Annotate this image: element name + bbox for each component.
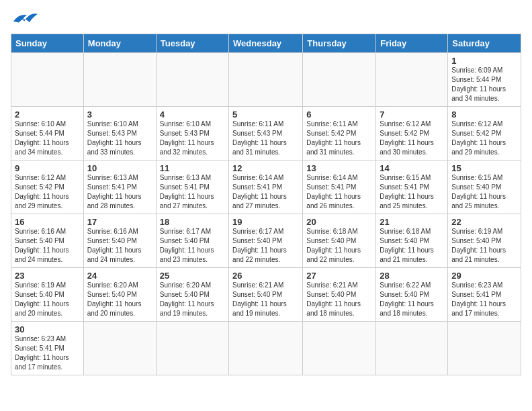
- cell-day-number: 20: [306, 217, 316, 227]
- cell-day-info: Sunrise: 6:11 AM Sunset: 5:43 PM Dayligh…: [232, 120, 299, 157]
- calendar-cell: [448, 322, 521, 375]
- cell-day-info: Sunrise: 6:11 AM Sunset: 5:42 PM Dayligh…: [306, 120, 372, 157]
- cell-day-info: Sunrise: 6:20 AM Sunset: 5:40 PM Dayligh…: [160, 281, 225, 318]
- dow-header-friday: Friday: [376, 34, 448, 53]
- calendar-cell: [303, 53, 376, 107]
- calendar-cell: 14Sunrise: 6:15 AM Sunset: 5:41 PM Dayli…: [376, 161, 448, 214]
- cell-content: 9Sunrise: 6:12 AM Sunset: 5:42 PM Daylig…: [15, 163, 80, 211]
- calendar-cell: [376, 53, 448, 107]
- cell-day-number: 4: [160, 109, 165, 120]
- calendar-cell: 13Sunrise: 6:14 AM Sunset: 5:41 PM Dayli…: [303, 161, 376, 214]
- cell-day-info: Sunrise: 6:19 AM Sunset: 5:40 PM Dayligh…: [451, 227, 517, 265]
- cell-content: 1Sunrise: 6:09 AM Sunset: 5:44 PM Daylig…: [451, 56, 517, 103]
- calendar-cell: 6Sunrise: 6:11 AM Sunset: 5:42 PM Daylig…: [303, 107, 376, 161]
- calendar-cell: 9Sunrise: 6:12 AM Sunset: 5:42 PM Daylig…: [11, 161, 84, 214]
- cell-content: 11Sunrise: 6:13 AM Sunset: 5:41 PM Dayli…: [160, 163, 225, 211]
- calendar-cell: [83, 53, 156, 107]
- cell-day-number: 5: [232, 109, 237, 120]
- cell-content: 3Sunrise: 6:10 AM Sunset: 5:43 PM Daylig…: [87, 109, 152, 157]
- cell-content: 2Sunrise: 6:10 AM Sunset: 5:44 PM Daylig…: [15, 109, 80, 157]
- calendar-cell: 21Sunrise: 6:18 AM Sunset: 5:40 PM Dayli…: [376, 214, 448, 268]
- cell-day-info: Sunrise: 6:15 AM Sunset: 5:40 PM Dayligh…: [451, 173, 517, 211]
- dow-header-saturday: Saturday: [448, 34, 521, 53]
- cell-day-info: Sunrise: 6:22 AM Sunset: 5:40 PM Dayligh…: [380, 281, 444, 318]
- cell-day-info: Sunrise: 6:16 AM Sunset: 5:40 PM Dayligh…: [87, 227, 152, 265]
- cell-content: 18Sunrise: 6:17 AM Sunset: 5:40 PM Dayli…: [160, 217, 225, 265]
- cell-content: 24Sunrise: 6:20 AM Sunset: 5:40 PM Dayli…: [87, 271, 152, 318]
- calendar-week-row: 9Sunrise: 6:12 AM Sunset: 5:42 PM Daylig…: [11, 161, 521, 214]
- calendar-cell: [156, 53, 228, 107]
- calendar-cell: 29Sunrise: 6:23 AM Sunset: 5:41 PM Dayli…: [448, 268, 521, 322]
- cell-day-info: Sunrise: 6:19 AM Sunset: 5:40 PM Dayligh…: [15, 281, 80, 318]
- calendar-week-row: 23Sunrise: 6:19 AM Sunset: 5:40 PM Dayli…: [11, 268, 521, 322]
- calendar-cell: 24Sunrise: 6:20 AM Sunset: 5:40 PM Dayli…: [83, 268, 156, 322]
- cell-content: 29Sunrise: 6:23 AM Sunset: 5:41 PM Dayli…: [451, 271, 517, 318]
- calendar-cell: 1Sunrise: 6:09 AM Sunset: 5:44 PM Daylig…: [448, 53, 521, 107]
- calendar-cell: 3Sunrise: 6:10 AM Sunset: 5:43 PM Daylig…: [83, 107, 156, 161]
- cell-content: 15Sunrise: 6:15 AM Sunset: 5:40 PM Dayli…: [451, 163, 517, 211]
- cell-day-info: Sunrise: 6:14 AM Sunset: 5:41 PM Dayligh…: [306, 173, 372, 211]
- cell-day-number: 14: [380, 163, 389, 173]
- cell-day-number: 10: [87, 163, 97, 173]
- cell-day-info: Sunrise: 6:12 AM Sunset: 5:42 PM Dayligh…: [15, 173, 80, 211]
- dow-header-wednesday: Wednesday: [229, 34, 303, 53]
- cell-day-info: Sunrise: 6:17 AM Sunset: 5:40 PM Dayligh…: [160, 227, 225, 265]
- dow-header-tuesday: Tuesday: [156, 34, 228, 53]
- cell-day-number: 17: [87, 217, 97, 227]
- cell-day-number: 18: [160, 217, 169, 227]
- cell-day-info: Sunrise: 6:10 AM Sunset: 5:43 PM Dayligh…: [87, 120, 152, 157]
- cell-content: 14Sunrise: 6:15 AM Sunset: 5:41 PM Dayli…: [380, 163, 444, 211]
- cell-day-number: 29: [451, 271, 461, 281]
- cell-day-number: 27: [306, 271, 316, 281]
- cell-day-number: 8: [451, 109, 456, 120]
- cell-day-info: Sunrise: 6:10 AM Sunset: 5:43 PM Dayligh…: [160, 120, 225, 157]
- cell-content: 23Sunrise: 6:19 AM Sunset: 5:40 PM Dayli…: [15, 271, 80, 318]
- calendar-week-row: 2Sunrise: 6:10 AM Sunset: 5:44 PM Daylig…: [11, 107, 521, 161]
- cell-content: 5Sunrise: 6:11 AM Sunset: 5:43 PM Daylig…: [232, 109, 299, 157]
- cell-content: 26Sunrise: 6:21 AM Sunset: 5:40 PM Dayli…: [232, 271, 299, 318]
- cell-day-number: 19: [232, 217, 242, 227]
- cell-content: 28Sunrise: 6:22 AM Sunset: 5:40 PM Dayli…: [380, 271, 444, 318]
- dow-header-monday: Monday: [83, 34, 156, 53]
- calendar-cell: 28Sunrise: 6:22 AM Sunset: 5:40 PM Dayli…: [376, 268, 448, 322]
- calendar-cell: 16Sunrise: 6:16 AM Sunset: 5:40 PM Dayli…: [11, 214, 84, 268]
- cell-content: 7Sunrise: 6:12 AM Sunset: 5:42 PM Daylig…: [380, 109, 444, 157]
- cell-day-info: Sunrise: 6:16 AM Sunset: 5:40 PM Dayligh…: [15, 227, 80, 265]
- cell-day-number: 30: [15, 324, 24, 334]
- calendar-table: SundayMondayTuesdayWednesdayThursdayFrid…: [11, 34, 521, 375]
- cell-day-number: 2: [15, 109, 19, 120]
- calendar-cell: 15Sunrise: 6:15 AM Sunset: 5:40 PM Dayli…: [448, 161, 521, 214]
- cell-content: 16Sunrise: 6:16 AM Sunset: 5:40 PM Dayli…: [15, 217, 80, 265]
- calendar-week-row: 30Sunrise: 6:23 AM Sunset: 5:41 PM Dayli…: [11, 322, 521, 375]
- calendar-week-row: 16Sunrise: 6:16 AM Sunset: 5:40 PM Dayli…: [11, 214, 521, 268]
- calendar-cell: 17Sunrise: 6:16 AM Sunset: 5:40 PM Dayli…: [83, 214, 156, 268]
- calendar-cell: 18Sunrise: 6:17 AM Sunset: 5:40 PM Dayli…: [156, 214, 228, 268]
- days-of-week-row: SundayMondayTuesdayWednesdayThursdayFrid…: [11, 34, 521, 53]
- cell-content: 13Sunrise: 6:14 AM Sunset: 5:41 PM Dayli…: [306, 163, 372, 211]
- calendar-cell: 12Sunrise: 6:14 AM Sunset: 5:41 PM Dayli…: [229, 161, 303, 214]
- cell-day-info: Sunrise: 6:23 AM Sunset: 5:41 PM Dayligh…: [15, 334, 80, 372]
- cell-day-info: Sunrise: 6:13 AM Sunset: 5:41 PM Dayligh…: [160, 173, 225, 211]
- calendar-cell: 27Sunrise: 6:21 AM Sunset: 5:40 PM Dayli…: [303, 268, 376, 322]
- calendar-cell: 5Sunrise: 6:11 AM Sunset: 5:43 PM Daylig…: [229, 107, 303, 161]
- calendar-cell: [376, 322, 448, 375]
- cell-content: 20Sunrise: 6:18 AM Sunset: 5:40 PM Dayli…: [306, 217, 372, 265]
- cell-day-info: Sunrise: 6:23 AM Sunset: 5:41 PM Dayligh…: [451, 281, 517, 318]
- cell-day-info: Sunrise: 6:12 AM Sunset: 5:42 PM Dayligh…: [380, 120, 444, 157]
- calendar-cell: [303, 322, 376, 375]
- cell-day-info: Sunrise: 6:17 AM Sunset: 5:40 PM Dayligh…: [232, 227, 299, 265]
- cell-day-info: Sunrise: 6:21 AM Sunset: 5:40 PM Dayligh…: [306, 281, 372, 318]
- cell-day-info: Sunrise: 6:21 AM Sunset: 5:40 PM Dayligh…: [232, 281, 299, 318]
- calendar-cell: [156, 322, 228, 375]
- cell-content: 6Sunrise: 6:11 AM Sunset: 5:42 PM Daylig…: [306, 109, 372, 157]
- calendar-cell: 11Sunrise: 6:13 AM Sunset: 5:41 PM Dayli…: [156, 161, 228, 214]
- calendar-cell: [83, 322, 156, 375]
- cell-day-info: Sunrise: 6:12 AM Sunset: 5:42 PM Dayligh…: [451, 120, 517, 157]
- calendar-cell: 26Sunrise: 6:21 AM Sunset: 5:40 PM Dayli…: [229, 268, 303, 322]
- cell-content: 21Sunrise: 6:18 AM Sunset: 5:40 PM Dayli…: [380, 217, 444, 265]
- cell-content: 12Sunrise: 6:14 AM Sunset: 5:41 PM Dayli…: [232, 163, 299, 211]
- cell-content: 22Sunrise: 6:19 AM Sunset: 5:40 PM Dayli…: [451, 217, 517, 265]
- calendar-cell: 30Sunrise: 6:23 AM Sunset: 5:41 PM Dayli…: [11, 322, 84, 375]
- cell-content: 17Sunrise: 6:16 AM Sunset: 5:40 PM Dayli…: [87, 217, 152, 265]
- cell-day-number: 6: [306, 109, 311, 120]
